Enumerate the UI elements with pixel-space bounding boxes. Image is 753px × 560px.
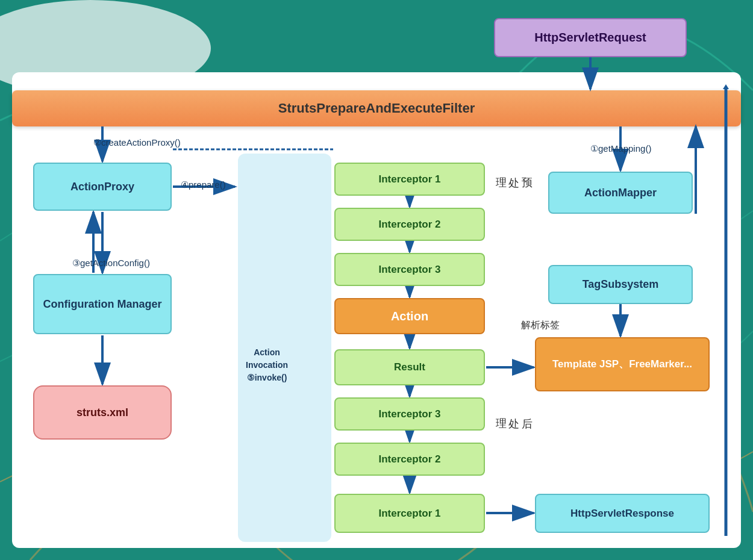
interceptor2-post-label: Interceptor 2 bbox=[379, 453, 441, 465]
interceptor2-post-box: Interceptor 2 bbox=[334, 443, 485, 476]
action-proxy-label: ActionProxy bbox=[70, 181, 134, 193]
tag-subsystem-box: TagSubsystem bbox=[548, 265, 693, 304]
interceptor2-pre-label: Interceptor 2 bbox=[379, 219, 441, 231]
config-manager-box: Configuration Manager bbox=[33, 274, 172, 334]
action-mapper-box: ActionMapper bbox=[548, 172, 693, 214]
struts-xml-box: struts.xml bbox=[33, 385, 172, 440]
interceptor3-post-box: Interceptor 3 bbox=[334, 397, 485, 431]
result-box: Result bbox=[334, 349, 485, 385]
action-invocation-label: Action Invocation ⑤invoke() bbox=[246, 346, 288, 384]
result-label: Result bbox=[394, 361, 425, 373]
template-box: Template JSP、FreeMarker... bbox=[535, 337, 710, 391]
interceptor3-pre-box: Interceptor 3 bbox=[334, 253, 485, 286]
prepare-label: ④prepare() bbox=[181, 179, 226, 190]
interceptor2-pre-box: Interceptor 2 bbox=[334, 208, 485, 241]
interceptor1-pre-label: Interceptor 1 bbox=[379, 173, 441, 185]
action-box: Action bbox=[334, 298, 485, 334]
struts-xml-label: struts.xml bbox=[77, 406, 128, 419]
parse-tags-label: 解析标签 bbox=[521, 319, 560, 332]
config-manager-label: Configuration Manager bbox=[43, 298, 162, 311]
template-label: Template JSP、FreeMarker... bbox=[552, 357, 692, 372]
interceptor1-pre-box: Interceptor 1 bbox=[334, 163, 485, 196]
action-mapper-label: ActionMapper bbox=[584, 187, 657, 199]
filter-bar-label: StrutsPrepareAndExecuteFilter bbox=[278, 101, 475, 116]
action-label: Action bbox=[391, 310, 428, 323]
interceptor3-post-label: Interceptor 3 bbox=[379, 408, 441, 420]
interceptor1-post-box: Interceptor 1 bbox=[334, 494, 485, 533]
tag-subsystem-label: TagSubsystem bbox=[583, 278, 659, 291]
filter-bar: StrutsPrepareAndExecuteFilter bbox=[12, 90, 741, 126]
http-request-box: HttpServletRequest bbox=[494, 18, 687, 57]
interceptor1-post-label: Interceptor 1 bbox=[379, 508, 441, 520]
get-action-config-label: ③getActionConfig() bbox=[72, 258, 150, 269]
get-mapping-label: ①getMapping() bbox=[590, 143, 651, 154]
action-proxy-box: ActionProxy bbox=[33, 163, 172, 211]
http-request-label: HttpServletRequest bbox=[534, 31, 646, 45]
create-action-proxy-label: ②createActionProxy() bbox=[93, 137, 181, 148]
interceptor3-pre-label: Interceptor 3 bbox=[379, 264, 441, 276]
http-response-box: HttpServletResponse bbox=[535, 494, 710, 533]
http-response-label: HttpServletResponse bbox=[570, 508, 674, 520]
